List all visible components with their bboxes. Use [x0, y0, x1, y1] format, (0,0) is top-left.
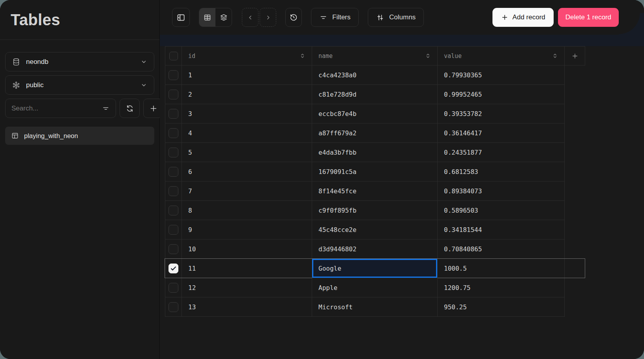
cell-name[interactable]: Apple [312, 278, 438, 297]
table-header-row: idnamevalue [165, 46, 585, 65]
columns-button-label: Columns [389, 13, 416, 21]
cell-value[interactable]: 0.24351877 [438, 143, 565, 162]
grid-view-button[interactable] [199, 8, 215, 26]
layers-view-button[interactable] [215, 8, 232, 26]
cell-value[interactable]: 0.89384073 [438, 181, 565, 201]
row-select-cell[interactable] [165, 123, 182, 143]
cell-id[interactable]: 1 [182, 65, 312, 85]
cell-id[interactable]: 10 [182, 239, 312, 259]
cell-id[interactable]: 7 [182, 181, 312, 201]
sort-icon[interactable] [424, 52, 432, 60]
cell-id[interactable]: 8 [182, 201, 312, 220]
column-header-value[interactable]: value [438, 47, 565, 65]
cell-name[interactable]: Google [312, 259, 438, 278]
column-header-name[interactable]: name [312, 47, 438, 65]
row-select-cell[interactable] [165, 143, 182, 162]
cell-value[interactable]: 0.34181544 [438, 220, 565, 239]
main-area: Filters Columns Add record Delete 1 reco… [160, 0, 644, 359]
column-header-label: name [318, 52, 333, 60]
cell-value[interactable]: 0.39353782 [438, 104, 565, 123]
cell-id[interactable]: 4 [182, 123, 312, 143]
add-record-button[interactable]: Add record [492, 8, 554, 27]
row-checkbox[interactable] [168, 206, 178, 215]
cell-value[interactable]: 1000.5 [438, 259, 565, 278]
cell-name[interactable]: Microsoft [312, 297, 438, 317]
column-header-id[interactable]: id [182, 47, 312, 65]
row-select-cell[interactable] [165, 85, 182, 104]
row-select-cell[interactable] [165, 65, 182, 85]
row-checkbox[interactable] [168, 167, 178, 177]
cell-name[interactable]: e4da3b7fbb [312, 143, 438, 162]
cell-id[interactable]: 12 [182, 278, 312, 297]
row-select-cell[interactable] [165, 104, 182, 123]
row-select-cell[interactable] [165, 297, 182, 317]
database-select[interactable]: neondb [5, 52, 154, 71]
row-select-cell[interactable] [165, 162, 182, 181]
cell-id[interactable]: 2 [182, 85, 312, 104]
cell-name[interactable]: c9f0f895fb [312, 201, 438, 220]
cell-name[interactable]: c4ca4238a0 [312, 65, 438, 85]
row-checkbox[interactable] [168, 109, 178, 119]
cell-value[interactable]: 1200.75 [438, 278, 565, 297]
cell-name[interactable]: 45c48cce2e [312, 220, 438, 239]
cell-name[interactable]: c81e728d9d [312, 85, 438, 104]
row-checkbox[interactable] [168, 225, 178, 235]
sort-icon[interactable] [299, 52, 306, 60]
cell-id[interactable]: 11 [182, 259, 312, 278]
search-input[interactable] [11, 105, 99, 112]
cell-id[interactable]: 9 [182, 220, 312, 239]
cell-name[interactable]: 1679091c5a [312, 162, 438, 181]
cell-value[interactable]: 0.79930365 [438, 65, 565, 85]
cell-value[interactable]: 0.99952465 [438, 85, 565, 104]
table-row: 945c48cce2e0.34181544 [165, 220, 585, 239]
row-checkbox[interactable] [168, 148, 178, 157]
add-column-button[interactable] [565, 47, 585, 65]
page-navigation [242, 8, 276, 27]
sort-icon[interactable] [551, 52, 559, 60]
row-select-cell[interactable] [165, 220, 182, 239]
columns-button[interactable]: Columns [368, 8, 424, 27]
schema-select[interactable]: public [5, 75, 154, 95]
cell-value[interactable]: 950.25 [438, 297, 565, 317]
row-select-cell[interactable] [165, 181, 182, 201]
row-checkbox[interactable] [168, 128, 178, 138]
delete-record-button[interactable]: Delete 1 record [558, 8, 619, 27]
search-box[interactable] [5, 99, 116, 118]
cell-id[interactable]: 6 [182, 162, 312, 181]
row-checkbox[interactable] [168, 70, 178, 80]
row-checkbox[interactable] [168, 283, 178, 293]
history-button[interactable] [285, 8, 302, 27]
previous-page-button[interactable] [242, 8, 258, 27]
table-icon [11, 132, 19, 140]
cell-value[interactable]: 0.36146417 [438, 123, 565, 143]
cell-name[interactable]: 8f14e45fce [312, 181, 438, 201]
cell-value[interactable]: 0.70840865 [438, 239, 565, 259]
sidebar-item-playing_with_neon[interactable]: playing_with_neon [5, 127, 154, 145]
row-select-cell[interactable] [165, 259, 182, 278]
cell-id[interactable]: 13 [182, 297, 312, 317]
next-page-button[interactable] [260, 8, 276, 27]
chevron-down-icon [140, 58, 148, 65]
row-checkbox[interactable] [168, 264, 178, 273]
filters-button[interactable]: Filters [311, 8, 359, 27]
row-select-cell[interactable] [165, 278, 182, 297]
cell-id[interactable]: 5 [182, 143, 312, 162]
row-checkbox[interactable] [168, 302, 178, 312]
cell-value[interactable]: 0.5896503 [438, 201, 565, 220]
refresh-button[interactable] [120, 99, 140, 118]
row-select-cell[interactable] [165, 239, 182, 259]
cell-name[interactable]: a87ff679a2 [312, 123, 438, 143]
row-checkbox[interactable] [168, 90, 178, 99]
row-select-cell[interactable] [165, 201, 182, 220]
cell-id[interactable]: 3 [182, 104, 312, 123]
cell-name[interactable]: eccbc87e4b [312, 104, 438, 123]
row-checkbox[interactable] [168, 244, 178, 254]
row-checkbox[interactable] [168, 186, 178, 196]
cell-value[interactable]: 0.6812583 [438, 162, 565, 181]
history-icon [289, 13, 298, 22]
chevron-left-icon [247, 14, 254, 21]
collapse-sidebar-button[interactable] [172, 8, 190, 27]
table-row: 12Apple1200.75 [165, 278, 585, 297]
cell-name[interactable]: d3d9446802 [312, 239, 438, 259]
select-all-checkbox[interactable] [169, 52, 178, 60]
